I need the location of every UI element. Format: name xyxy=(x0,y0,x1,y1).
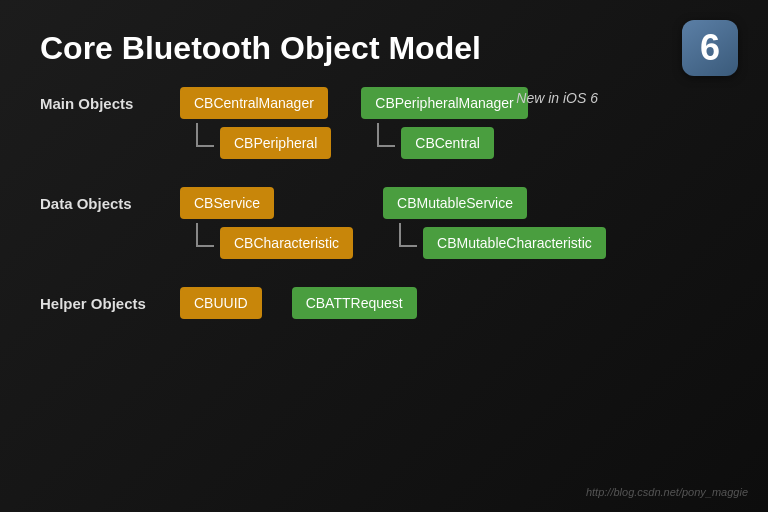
helper-objects-label: Helper Objects xyxy=(40,287,180,312)
data-objects-left: CBService CBCharacteristic xyxy=(180,187,353,259)
connector-characteristic xyxy=(196,223,214,247)
cbatt-request-box: CBATTRequest xyxy=(292,287,417,319)
cb-characteristic-box: CBCharacteristic xyxy=(220,227,353,259)
data-objects-label: Data Objects xyxy=(40,187,180,212)
helper-objects-right: CBATTRequest xyxy=(292,287,417,319)
watermark-text: http://blog.csdn.net/pony_maggie xyxy=(586,486,748,498)
new-in-ios-label: New in iOS 6 xyxy=(516,90,598,106)
cb-central-manager-box: CBCentralManager xyxy=(180,87,328,119)
connector-peripheral xyxy=(196,123,214,147)
row-main-objects: Main Objects CBCentralManager CBPeripher… xyxy=(40,87,728,159)
data-objects-right: CBMutableService CBMutableCharacteristic xyxy=(383,187,606,259)
slide-title: Core Bluetooth Object Model xyxy=(40,30,728,67)
cb-characteristic-subrow: CBCharacteristic xyxy=(196,227,353,259)
row-data-objects: Data Objects CBService CBCharacteristic … xyxy=(40,187,728,259)
content-area: Main Objects CBCentralManager CBPeripher… xyxy=(40,87,728,319)
cb-mutable-characteristic-subrow: CBMutableCharacteristic xyxy=(399,227,606,259)
main-objects-label: Main Objects xyxy=(40,87,180,112)
cb-service-box: CBService xyxy=(180,187,274,219)
main-objects-left: CBCentralManager CBPeripheral xyxy=(180,87,331,159)
connector-central xyxy=(377,123,395,147)
ios-badge: 6 xyxy=(682,20,738,76)
cbuuid-box: CBUUID xyxy=(180,287,262,319)
cb-central-subrow: CBCentral xyxy=(377,127,494,159)
cb-peripheral-box: CBPeripheral xyxy=(220,127,331,159)
cb-peripheral-manager-box: CBPeripheralManager xyxy=(361,87,528,119)
cb-central-box: CBCentral xyxy=(401,127,494,159)
cb-peripheral-subrow: CBPeripheral xyxy=(196,127,331,159)
row-helper-objects: Helper Objects CBUUID CBATTRequest xyxy=(40,287,728,319)
connector-mutable-characteristic xyxy=(399,223,417,247)
cb-mutable-service-box: CBMutableService xyxy=(383,187,527,219)
cb-mutable-characteristic-box: CBMutableCharacteristic xyxy=(423,227,606,259)
main-objects-right: CBPeripheralManager CBCentral xyxy=(361,87,528,159)
slide: Core Bluetooth Object Model 6 New in iOS… xyxy=(0,0,768,512)
helper-objects-left: CBUUID xyxy=(180,287,262,319)
